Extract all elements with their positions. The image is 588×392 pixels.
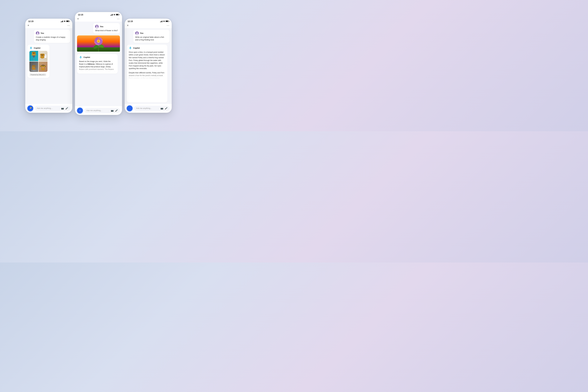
- status-bar-right: 12:15 ⊛: [125, 19, 172, 23]
- copilot-logo-right: [129, 46, 132, 50]
- svg-point-60: [98, 38, 98, 39]
- svg-point-10: [34, 52, 34, 53]
- battery-icon-center: [116, 14, 119, 16]
- chat-area-left: You Create a realistic image of a happy …: [25, 28, 72, 104]
- nav-bar-center: ≡ ···: [75, 16, 122, 22]
- svg-point-22: [42, 54, 42, 55]
- fable-paragraph-1: Once upon a time, in a tranquil pond nes…: [129, 51, 166, 70]
- user-bubble-left: You Create a realistic image of a happy …: [34, 30, 70, 43]
- compose-icon-right: [128, 107, 131, 110]
- mic-icon-center[interactable]: 🎤: [115, 109, 118, 112]
- svg-point-41: [43, 67, 44, 68]
- user-header-right: You: [135, 32, 168, 35]
- camera-icon-center[interactable]: 📷: [111, 109, 114, 112]
- user-text-left: Create a realistic image of a happy dog …: [36, 36, 68, 41]
- user-avatar-center: [95, 25, 99, 28]
- menu-icon-right[interactable]: ≡: [127, 24, 128, 27]
- phone-right: 12:15 ⊛ ≡ ··· You: [125, 19, 172, 113]
- user-text-center: What kind of flower is this?: [95, 29, 118, 32]
- svg-point-68: [128, 107, 131, 110]
- menu-icon-center[interactable]: ≡: [77, 18, 79, 20]
- svg-point-67: [130, 48, 131, 48]
- user-label-center: You: [100, 26, 103, 28]
- more-icon-right[interactable]: ···: [167, 24, 169, 27]
- input-field-center[interactable]: Ask me anything... 📷 🎤: [84, 108, 120, 113]
- user-bubble-right: You Write an original fable about a fish…: [133, 30, 170, 43]
- compose-button-right[interactable]: [127, 106, 132, 111]
- phone-left: 12:15 ⊛ ≡ ··· You: [25, 19, 72, 113]
- input-field-right[interactable]: Ask me anything... 📷 🎤: [134, 106, 170, 111]
- input-area-left: + 😊 Ask me anything... 📷 🎤: [25, 104, 72, 113]
- input-area-right: Ask me anything... 📷 🎤: [125, 104, 172, 113]
- nav-bar-right: ≡ ···: [125, 23, 172, 28]
- svg-point-38: [40, 65, 42, 67]
- signal-icon-right: [160, 20, 162, 22]
- svg-point-24: [42, 55, 43, 56]
- svg-point-56: [98, 40, 100, 42]
- time-right: 12:15: [128, 20, 133, 22]
- dalle-badge: Powered by DALL•E 3: [30, 73, 46, 76]
- dog-image-1: [30, 51, 38, 61]
- chat-area-center: You What kind of flower is this?: [75, 22, 122, 106]
- camera-icon-left[interactable]: 📷: [61, 107, 64, 110]
- signal-icon-center: [110, 14, 113, 16]
- dog-image-3: [30, 62, 38, 72]
- nav-bar-left: ≡ ···: [25, 23, 72, 28]
- copilot-text-center: Based on the image you sent, I think the…: [79, 60, 116, 72]
- svg-text:+: +: [80, 109, 80, 112]
- copilot-label-right: Copilot: [133, 47, 140, 49]
- svg-point-7: [32, 52, 33, 54]
- more-icon-center[interactable]: ···: [117, 17, 120, 20]
- input-placeholder-left: Ask me anything...: [37, 107, 52, 109]
- phones-container: 12:15 ⊛ ≡ ··· You: [25, 16, 172, 115]
- status-icons-center: ⊛: [110, 14, 119, 16]
- phone-center: 12:15 ⊛ ≡ ··· You: [75, 12, 122, 115]
- status-bar-left: 12:15 ⊛: [25, 19, 72, 23]
- battery-icon-left: [66, 20, 70, 22]
- svg-point-11: [34, 53, 34, 53]
- svg-text:😊: 😊: [30, 107, 32, 108]
- user-avatar-left: [36, 32, 40, 35]
- user-header-center: You: [95, 25, 118, 28]
- input-icons-right: 📷 🎤: [160, 107, 168, 110]
- fable-paragraph-2: Despite their different worlds, Finley a…: [129, 72, 166, 79]
- flower-image-svg: [77, 36, 120, 52]
- input-icons-left: 📷 🎤: [61, 107, 68, 110]
- user-text-right: Write an original fable about a fish and…: [135, 36, 168, 41]
- copilot-logo-left: [30, 46, 33, 50]
- chat-area-right: You Write an original fable about a fish…: [125, 28, 172, 104]
- copilot-logo-center: [79, 56, 82, 59]
- compose-button-left[interactable]: + 😊: [27, 106, 33, 111]
- copilot-header-left: Copilot: [30, 46, 48, 50]
- signal-icon-left: [61, 20, 63, 22]
- svg-point-33: [34, 66, 34, 67]
- input-icons-center: 📷 🎤: [111, 109, 118, 112]
- flower-image-container: [77, 36, 120, 52]
- dog-image-2: [39, 51, 48, 61]
- copilot-label-center: Copilot: [84, 56, 90, 58]
- svg-point-9: [33, 52, 34, 53]
- svg-point-0: [31, 48, 32, 48]
- copilot-bubble-right: Copilot Once upon a time, in a tranquil …: [127, 45, 168, 102]
- svg-point-23: [42, 54, 43, 55]
- input-placeholder-right: Ask me anything...: [136, 107, 152, 109]
- image-grid-left: [30, 51, 48, 72]
- input-field-left[interactable]: Ask me anything... 📷 🎤: [35, 106, 70, 111]
- copilot-text-p-center: Based on the image you sent, I think the…: [79, 60, 116, 72]
- more-icon-left[interactable]: ···: [67, 24, 70, 27]
- wifi-icon-left: ⊛: [64, 20, 66, 22]
- svg-point-32: [34, 65, 36, 67]
- mic-icon-left[interactable]: 🎤: [66, 107, 68, 110]
- status-bar-center: 12:15 ⊛: [75, 12, 122, 16]
- svg-point-62: [99, 38, 100, 39]
- copilot-header-right: Copilot: [129, 46, 166, 50]
- dog-image-4: [39, 62, 48, 72]
- menu-icon-left[interactable]: ≡: [28, 24, 29, 27]
- battery-icon-right: [166, 20, 169, 22]
- svg-point-39: [44, 65, 46, 67]
- compose-button-center[interactable]: +: [77, 108, 83, 114]
- mic-icon-right[interactable]: 🎤: [165, 107, 168, 110]
- wifi-icon-right: ⊛: [163, 20, 165, 22]
- camera-icon-right[interactable]: 📷: [160, 107, 163, 110]
- copilot-bubble-left: Copilot: [27, 45, 50, 78]
